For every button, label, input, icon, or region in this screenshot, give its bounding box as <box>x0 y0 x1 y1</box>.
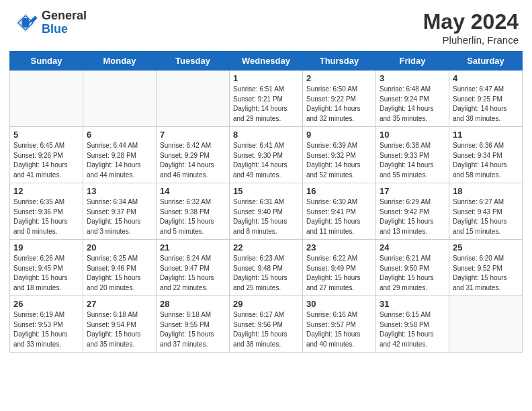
day-number: 26 <box>13 299 79 309</box>
day-number: 16 <box>306 186 372 196</box>
day-number: 3 <box>380 73 445 83</box>
logo-blue-text: Blue <box>42 23 87 36</box>
calendar-cell: 1Sunrise: 6:51 AM Sunset: 9:21 PM Daylig… <box>230 71 303 127</box>
calendar-cell: 11Sunrise: 6:36 AM Sunset: 9:34 PM Dayli… <box>449 127 523 183</box>
calendar-title: May 2024 <box>423 9 519 34</box>
calendar-cell: 10Sunrise: 6:38 AM Sunset: 9:33 PM Dayli… <box>376 127 449 183</box>
day-number: 28 <box>160 299 226 309</box>
logo-icon <box>13 11 38 35</box>
calendar: SundayMondayTuesdayWednesdayThursdayFrid… <box>0 51 532 411</box>
calendar-cell: 8Sunrise: 6:41 AM Sunset: 9:30 PM Daylig… <box>230 127 303 183</box>
day-number: 10 <box>380 130 445 140</box>
calendar-subtitle: Pluherlin, France <box>423 34 519 46</box>
week-row-1: 1Sunrise: 6:51 AM Sunset: 9:21 PM Daylig… <box>10 71 523 127</box>
day-info: Sunrise: 6:41 AM Sunset: 9:30 PM Dayligh… <box>233 141 299 180</box>
day-info: Sunrise: 6:20 AM Sunset: 9:52 PM Dayligh… <box>453 254 519 293</box>
logo: General Blue <box>13 9 87 36</box>
day-info: Sunrise: 6:44 AM Sunset: 9:28 PM Dayligh… <box>87 141 152 180</box>
day-info: Sunrise: 6:31 AM Sunset: 9:40 PM Dayligh… <box>233 197 299 236</box>
day-number: 31 <box>380 299 445 309</box>
day-number: 12 <box>13 186 79 196</box>
day-info: Sunrise: 6:34 AM Sunset: 9:37 PM Dayligh… <box>87 197 152 236</box>
title-block: May 2024 Pluherlin, France <box>423 9 519 46</box>
day-header-sunday: Sunday <box>10 52 83 71</box>
page: General Blue May 2024 Pluherlin, France … <box>0 0 532 411</box>
calendar-cell <box>10 71 83 127</box>
day-info: Sunrise: 6:50 AM Sunset: 9:22 PM Dayligh… <box>306 85 372 124</box>
day-number: 19 <box>13 242 79 253</box>
week-row-4: 19Sunrise: 6:26 AM Sunset: 9:45 PM Dayli… <box>10 240 523 296</box>
calendar-cell: 20Sunrise: 6:25 AM Sunset: 9:46 PM Dayli… <box>83 240 157 296</box>
day-header-tuesday: Tuesday <box>157 52 230 71</box>
day-info: Sunrise: 6:36 AM Sunset: 9:34 PM Dayligh… <box>453 141 519 180</box>
calendar-cell: 19Sunrise: 6:26 AM Sunset: 9:45 PM Dayli… <box>10 240 83 296</box>
calendar-cell: 2Sunrise: 6:50 AM Sunset: 9:22 PM Daylig… <box>303 71 376 127</box>
day-number: 6 <box>87 130 152 140</box>
day-info: Sunrise: 6:15 AM Sunset: 9:58 PM Dayligh… <box>380 310 445 349</box>
day-info: Sunrise: 6:19 AM Sunset: 9:53 PM Dayligh… <box>13 310 79 349</box>
day-info: Sunrise: 6:18 AM Sunset: 9:55 PM Dayligh… <box>160 310 226 349</box>
day-info: Sunrise: 6:24 AM Sunset: 9:47 PM Dayligh… <box>160 254 226 293</box>
day-info: Sunrise: 6:51 AM Sunset: 9:21 PM Dayligh… <box>233 85 299 124</box>
day-number: 17 <box>380 186 445 196</box>
days-header-row: SundayMondayTuesdayWednesdayThursdayFrid… <box>10 52 523 71</box>
calendar-cell: 9Sunrise: 6:39 AM Sunset: 9:32 PM Daylig… <box>303 127 376 183</box>
day-info: Sunrise: 6:42 AM Sunset: 9:29 PM Dayligh… <box>160 141 226 180</box>
day-number: 24 <box>380 242 445 253</box>
day-info: Sunrise: 6:35 AM Sunset: 9:36 PM Dayligh… <box>13 197 79 236</box>
calendar-cell: 4Sunrise: 6:47 AM Sunset: 9:25 PM Daylig… <box>449 71 523 127</box>
day-number: 30 <box>306 299 372 309</box>
day-header-saturday: Saturday <box>449 52 523 71</box>
calendar-cell: 17Sunrise: 6:29 AM Sunset: 9:42 PM Dayli… <box>376 183 449 240</box>
calendar-cell: 12Sunrise: 6:35 AM Sunset: 9:36 PM Dayli… <box>10 183 83 240</box>
calendar-cell: 23Sunrise: 6:22 AM Sunset: 9:49 PM Dayli… <box>303 240 376 296</box>
header: General Blue May 2024 Pluherlin, France <box>0 0 532 51</box>
calendar-cell: 28Sunrise: 6:18 AM Sunset: 9:55 PM Dayli… <box>157 296 230 353</box>
day-info: Sunrise: 6:47 AM Sunset: 9:25 PM Dayligh… <box>453 85 519 124</box>
day-header-thursday: Thursday <box>303 52 376 71</box>
day-header-monday: Monday <box>83 52 157 71</box>
week-row-5: 26Sunrise: 6:19 AM Sunset: 9:53 PM Dayli… <box>10 296 523 353</box>
day-info: Sunrise: 6:29 AM Sunset: 9:42 PM Dayligh… <box>380 197 445 236</box>
day-info: Sunrise: 6:25 AM Sunset: 9:46 PM Dayligh… <box>87 254 152 293</box>
calendar-cell: 16Sunrise: 6:30 AM Sunset: 9:41 PM Dayli… <box>303 183 376 240</box>
calendar-cell: 14Sunrise: 6:32 AM Sunset: 9:38 PM Dayli… <box>157 183 230 240</box>
calendar-cell: 3Sunrise: 6:48 AM Sunset: 9:24 PM Daylig… <box>376 71 449 127</box>
calendar-cell: 6Sunrise: 6:44 AM Sunset: 9:28 PM Daylig… <box>83 127 157 183</box>
day-number: 2 <box>306 73 372 83</box>
day-header-wednesday: Wednesday <box>230 52 303 71</box>
day-number: 15 <box>233 186 299 196</box>
day-info: Sunrise: 6:48 AM Sunset: 9:24 PM Dayligh… <box>380 85 445 124</box>
day-info: Sunrise: 6:38 AM Sunset: 9:33 PM Dayligh… <box>380 141 445 180</box>
calendar-cell <box>449 296 523 353</box>
day-info: Sunrise: 6:30 AM Sunset: 9:41 PM Dayligh… <box>306 197 372 236</box>
day-info: Sunrise: 6:27 AM Sunset: 9:43 PM Dayligh… <box>453 197 519 236</box>
calendar-cell: 25Sunrise: 6:20 AM Sunset: 9:52 PM Dayli… <box>449 240 523 296</box>
calendar-cell: 27Sunrise: 6:18 AM Sunset: 9:54 PM Dayli… <box>83 296 157 353</box>
week-row-3: 12Sunrise: 6:35 AM Sunset: 9:36 PM Dayli… <box>10 183 523 240</box>
logo-text: General Blue <box>42 9 87 36</box>
day-number: 1 <box>233 73 299 83</box>
calendar-cell: 7Sunrise: 6:42 AM Sunset: 9:29 PM Daylig… <box>157 127 230 183</box>
day-number: 13 <box>87 186 152 196</box>
calendar-cell: 22Sunrise: 6:23 AM Sunset: 9:48 PM Dayli… <box>230 240 303 296</box>
calendar-cell: 31Sunrise: 6:15 AM Sunset: 9:58 PM Dayli… <box>376 296 449 353</box>
calendar-cell: 24Sunrise: 6:21 AM Sunset: 9:50 PM Dayli… <box>376 240 449 296</box>
day-info: Sunrise: 6:39 AM Sunset: 9:32 PM Dayligh… <box>306 141 372 180</box>
calendar-cell: 21Sunrise: 6:24 AM Sunset: 9:47 PM Dayli… <box>157 240 230 296</box>
calendar-cell: 18Sunrise: 6:27 AM Sunset: 9:43 PM Dayli… <box>449 183 523 240</box>
calendar-cell: 13Sunrise: 6:34 AM Sunset: 9:37 PM Dayli… <box>83 183 157 240</box>
day-number: 25 <box>453 242 519 253</box>
day-number: 11 <box>453 130 519 140</box>
calendar-table: SundayMondayTuesdayWednesdayThursdayFrid… <box>9 51 523 353</box>
day-info: Sunrise: 6:45 AM Sunset: 9:26 PM Dayligh… <box>13 141 79 180</box>
calendar-cell: 29Sunrise: 6:17 AM Sunset: 9:56 PM Dayli… <box>230 296 303 353</box>
day-number: 18 <box>453 186 519 196</box>
logo-general-text: General <box>42 9 87 23</box>
calendar-cell: 30Sunrise: 6:16 AM Sunset: 9:57 PM Dayli… <box>303 296 376 353</box>
calendar-cell <box>83 71 157 127</box>
calendar-cell: 26Sunrise: 6:19 AM Sunset: 9:53 PM Dayli… <box>10 296 83 353</box>
calendar-cell: 5Sunrise: 6:45 AM Sunset: 9:26 PM Daylig… <box>10 127 83 183</box>
day-info: Sunrise: 6:22 AM Sunset: 9:49 PM Dayligh… <box>306 254 372 293</box>
day-header-friday: Friday <box>376 52 449 71</box>
